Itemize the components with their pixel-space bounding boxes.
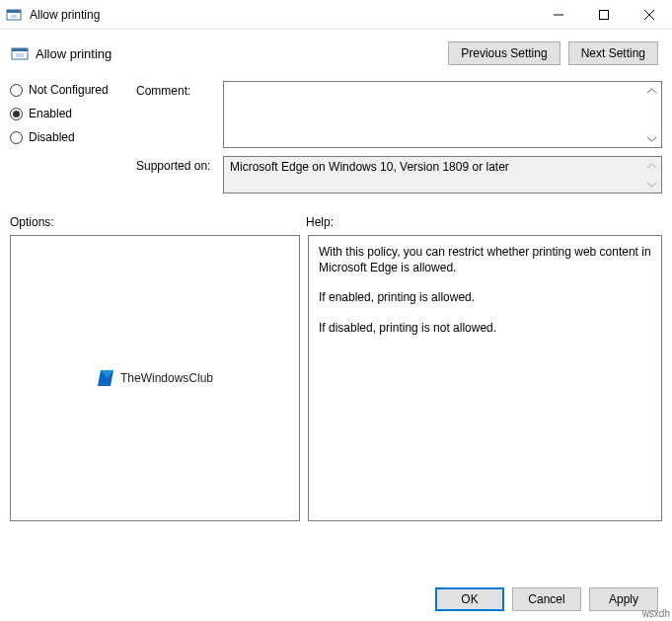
supported-on-label: Supported on: (136, 156, 223, 194)
radio-not-configured[interactable]: Not Configured (10, 83, 136, 97)
title-bar: Allow printing (0, 0, 672, 30)
watermark-text: TheWindowsClub (120, 371, 213, 385)
policy-icon (10, 43, 30, 63)
watermark-icon (97, 369, 114, 387)
scroll-up-icon[interactable] (644, 158, 659, 173)
state-radios: Not Configured Enabled Disabled (10, 81, 136, 144)
scroll-down-icon[interactable] (644, 131, 659, 146)
policy-title: Allow printing (36, 46, 448, 61)
window-title: Allow printing (28, 8, 536, 22)
radio-label: Enabled (29, 107, 72, 120)
cancel-button[interactable]: Cancel (512, 587, 581, 611)
comment-textbox[interactable] (223, 81, 662, 148)
radio-icon (10, 131, 23, 144)
svg-rect-1 (7, 10, 21, 13)
minimize-button[interactable] (536, 0, 581, 30)
svg-rect-4 (600, 10, 609, 19)
radio-icon (10, 84, 23, 97)
radio-enabled[interactable]: Enabled (10, 107, 136, 120)
supported-on-value: Microsoft Edge on Windows 10, Version 18… (224, 157, 661, 177)
radio-disabled[interactable]: Disabled (10, 130, 136, 144)
header-row: Allow printing Previous Setting Next Set… (10, 38, 662, 69)
comment-value (224, 82, 661, 88)
next-setting-button[interactable]: Next Setting (568, 41, 658, 65)
help-paragraph: With this policy, you can restrict wheth… (319, 244, 651, 275)
source-watermark: wsxdh (642, 608, 670, 619)
help-paragraph: If disabled, printing is not allowed. (319, 320, 651, 336)
scroll-down-icon[interactable] (644, 177, 659, 192)
options-label: Options: (10, 215, 306, 229)
help-paragraph: If enabled, printing is allowed. (319, 289, 651, 305)
radio-icon (10, 108, 23, 120)
close-button[interactable] (627, 0, 672, 30)
radio-label: Disabled (29, 130, 75, 144)
svg-rect-2 (11, 15, 17, 18)
comment-label: Comment: (136, 81, 223, 148)
watermark: TheWindowsClub (97, 369, 213, 387)
scroll-up-icon[interactable] (644, 83, 659, 98)
options-panel: TheWindowsClub (10, 235, 300, 521)
help-panel: With this policy, you can restrict wheth… (308, 235, 662, 521)
supported-on-textbox: Microsoft Edge on Windows 10, Version 18… (223, 156, 662, 194)
svg-rect-8 (12, 48, 28, 51)
dialog-footer: OK Cancel Apply (435, 587, 658, 611)
previous-setting-button[interactable]: Previous Setting (448, 41, 560, 65)
ok-button[interactable]: OK (435, 587, 504, 611)
help-text: With this policy, you can restrict wheth… (309, 236, 661, 357)
help-label: Help: (306, 215, 334, 229)
svg-rect-9 (16, 53, 24, 57)
maximize-button[interactable] (581, 0, 627, 30)
radio-label: Not Configured (29, 83, 109, 97)
app-icon (0, 7, 28, 23)
